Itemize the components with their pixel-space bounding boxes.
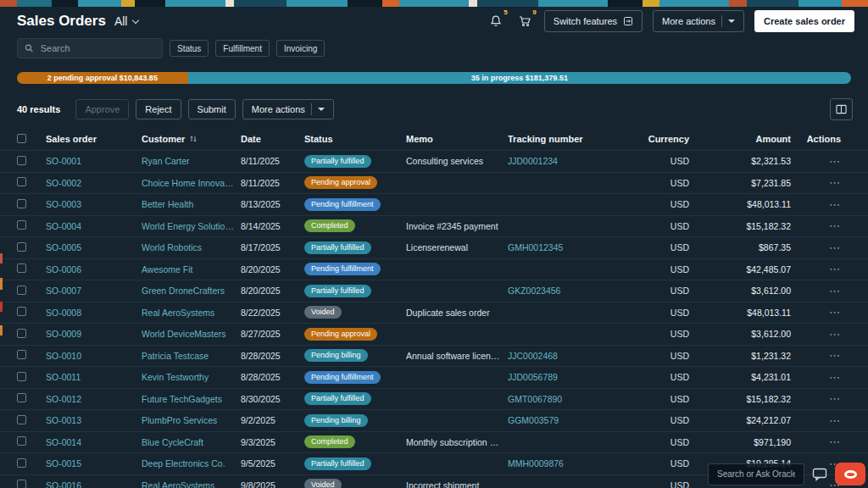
row-checkbox[interactable] xyxy=(17,480,26,488)
customer-link[interactable]: Deep Electronics Co. xyxy=(142,458,241,469)
customer-link[interactable]: Real AeroSystems xyxy=(142,308,241,318)
row-checkbox[interactable] xyxy=(17,199,26,208)
sales-order-link[interactable]: SO-0011 xyxy=(46,372,142,382)
search-box[interactable] xyxy=(17,38,163,58)
notifications-button[interactable]: 5 xyxy=(487,13,505,30)
customer-link[interactable]: Future TechGadgets xyxy=(142,394,241,404)
column-settings-button[interactable] xyxy=(830,98,853,120)
submit-button[interactable]: Submit xyxy=(188,99,236,119)
oracle-assistant-button[interactable] xyxy=(835,463,865,485)
column-header-sales-order[interactable]: Sales order xyxy=(46,134,142,144)
search-input[interactable] xyxy=(39,42,155,54)
row-checkbox[interactable] xyxy=(17,156,26,165)
row-checkbox[interactable] xyxy=(17,458,26,468)
sales-order-link[interactable]: SO-0008 xyxy=(46,308,142,318)
row-checkbox[interactable] xyxy=(17,415,26,424)
customer-link[interactable]: Green DroneCrafters xyxy=(142,286,241,296)
progress-segment[interactable]: 35 in progress $181,379.51 xyxy=(188,72,851,84)
sales-order-link[interactable]: SO-0002 xyxy=(46,178,142,188)
sales-order-link[interactable]: SO-0012 xyxy=(46,394,142,404)
customer-link[interactable]: World Energy Solutions xyxy=(142,221,241,231)
filter-chip-invoicing[interactable]: Invoicing xyxy=(276,40,325,57)
row-actions-button[interactable]: ⋯ xyxy=(798,370,851,385)
column-header-date[interactable]: Date xyxy=(241,134,304,144)
create-sales-order-button[interactable]: Create sales order xyxy=(754,10,854,32)
sales-order-link[interactable]: SO-0001 xyxy=(46,156,142,166)
sales-order-link[interactable]: SO-0003 xyxy=(46,199,142,209)
row-checkbox[interactable] xyxy=(17,436,26,446)
column-header-currency[interactable]: Currency xyxy=(643,134,696,144)
column-header-customer[interactable]: Customer xyxy=(142,134,241,144)
row-actions-button[interactable]: ⋯ xyxy=(798,241,851,255)
customer-link[interactable]: Kevin Testworthy xyxy=(142,372,241,382)
row-checkbox[interactable] xyxy=(17,372,26,381)
sales-order-link[interactable]: SO-0004 xyxy=(46,221,142,231)
row-actions-button[interactable]: ⋯ xyxy=(798,154,851,169)
row-checkbox[interactable] xyxy=(17,286,26,295)
customer-link[interactable]: Choice Home Innovations xyxy=(142,178,241,188)
row-checkbox[interactable] xyxy=(17,177,26,186)
row-actions-button[interactable]: ⋯ xyxy=(798,391,851,406)
row-actions-button[interactable]: ⋯ xyxy=(798,197,851,212)
view-selector[interactable]: All xyxy=(114,14,139,28)
sales-order-link[interactable]: SO-0005 xyxy=(46,242,142,252)
filter-chip-status[interactable]: Status xyxy=(170,40,209,57)
customer-link[interactable]: World Robotics xyxy=(142,242,241,252)
tracking-link[interactable]: JJD0001234 xyxy=(508,156,643,166)
column-header-status[interactable]: Status xyxy=(304,134,406,144)
sales-order-link[interactable]: SO-0014 xyxy=(46,437,142,447)
tracking-link[interactable]: JJC0002468 xyxy=(508,351,643,361)
column-header-tracking[interactable]: Tracking number xyxy=(508,134,643,144)
chat-button[interactable] xyxy=(812,468,827,481)
tracking-link[interactable]: MMH0009876 xyxy=(508,458,643,469)
row-actions-button[interactable]: ⋯ xyxy=(798,284,851,298)
row-actions-button[interactable]: ⋯ xyxy=(798,262,851,276)
select-all-checkbox[interactable] xyxy=(17,134,26,143)
row-actions-button[interactable]: ⋯ xyxy=(798,219,851,233)
customer-link[interactable]: Awesome Fit xyxy=(142,264,241,274)
row-checkbox[interactable] xyxy=(17,329,26,338)
sales-order-link[interactable]: SO-0016 xyxy=(46,480,142,488)
filter-chip-fulfillment[interactable]: Fulfillment xyxy=(215,40,270,57)
sales-order-link[interactable]: SO-0013 xyxy=(46,415,142,425)
customer-link[interactable]: Ryan Carter xyxy=(142,156,241,166)
row-actions-button[interactable]: ⋯ xyxy=(798,305,851,319)
column-header-memo[interactable]: Memo xyxy=(406,134,508,144)
row-actions-button[interactable]: ⋯ xyxy=(798,435,851,449)
row-checkbox[interactable] xyxy=(17,350,26,359)
sales-order-link[interactable]: SO-0006 xyxy=(46,264,142,274)
oracle-search-box[interactable] xyxy=(708,463,804,485)
oracle-search-input[interactable] xyxy=(715,469,797,480)
row-actions-button[interactable]: ⋯ xyxy=(798,413,851,428)
approve-button[interactable]: Approve xyxy=(75,99,129,119)
sort-icon[interactable] xyxy=(189,135,198,143)
customer-link[interactable]: Real AeroSystems xyxy=(142,480,241,488)
row-actions-button[interactable]: ⋯ xyxy=(798,175,851,190)
row-actions-button[interactable]: ⋯ xyxy=(798,348,851,363)
row-actions-button[interactable]: ⋯ xyxy=(798,327,851,341)
row-checkbox[interactable] xyxy=(17,263,26,273)
column-header-amount[interactable]: Amount xyxy=(696,134,798,144)
tracking-link[interactable]: GMT0067890 xyxy=(508,394,643,404)
reject-button[interactable]: Reject xyxy=(136,99,181,119)
sales-order-link[interactable]: SO-0007 xyxy=(46,286,142,296)
tracking-link[interactable]: GKZ0023456 xyxy=(508,286,643,296)
sales-order-link[interactable]: SO-0009 xyxy=(46,329,142,339)
tracking-link[interactable]: JJD0056789 xyxy=(508,372,643,382)
customer-link[interactable]: Patricia Testcase xyxy=(142,351,241,361)
header-more-actions-button[interactable]: More actions xyxy=(653,10,744,32)
customer-link[interactable]: Better Health xyxy=(142,199,241,209)
row-checkbox[interactable] xyxy=(17,393,26,402)
row-checkbox[interactable] xyxy=(17,307,26,316)
customer-link[interactable]: World DeviceMasters xyxy=(142,329,241,339)
tracking-link[interactable]: GMH0012345 xyxy=(508,242,643,252)
toolbar-more-actions-button[interactable]: More actions xyxy=(242,99,334,119)
tracking-link[interactable]: GGM003579 xyxy=(508,415,643,425)
progress-segment[interactable]: 2 pending approval $10,843.85 xyxy=(17,72,188,84)
customer-link[interactable]: PlumbPro Services xyxy=(142,415,241,425)
row-checkbox[interactable] xyxy=(17,220,26,230)
sales-order-link[interactable]: SO-0015 xyxy=(46,458,142,469)
row-checkbox[interactable] xyxy=(17,242,26,252)
sales-order-link[interactable]: SO-0010 xyxy=(46,351,142,361)
customer-link[interactable]: Blue CycleCraft xyxy=(142,437,241,447)
